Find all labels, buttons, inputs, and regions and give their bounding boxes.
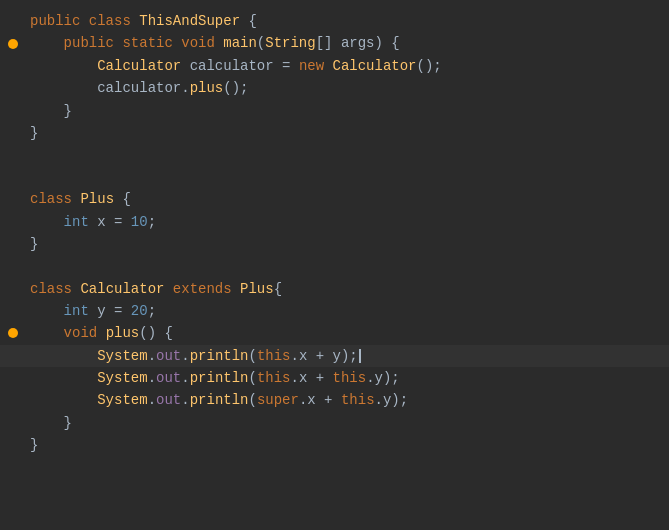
code-line (0, 166, 669, 188)
code-line: public class ThisAndSuper { (0, 10, 669, 32)
code-line (0, 256, 669, 278)
code-editor: public class ThisAndSuper { public stati… (0, 0, 669, 530)
code-line: } (0, 412, 669, 434)
keyword: public (30, 10, 89, 32)
code-line (0, 144, 669, 166)
code-line: calculator.plus(); (0, 77, 669, 99)
code-line: System.out.println(super.x + this.y); (0, 389, 669, 411)
text-cursor (359, 349, 361, 363)
code-line: public static void main(String[] args) { (0, 32, 669, 54)
code-line: void plus() { (0, 322, 669, 344)
code-line: Calculator calculator = new Calculator()… (0, 55, 669, 77)
code-line: int x = 10; (0, 211, 669, 233)
breakpoint-dot[interactable] (8, 328, 18, 338)
code-line: int y = 20; (0, 300, 669, 322)
code-line: } (0, 233, 669, 255)
code-line: System.out.println(this.x + this.y); (0, 367, 669, 389)
code-line: } (0, 122, 669, 144)
code-line: class Plus { (0, 188, 669, 210)
breakpoint-dot[interactable] (8, 39, 18, 49)
code-line-active: System.out.println(this.x + y); (0, 345, 669, 367)
code-line: class Calculator extends Plus{ (0, 278, 669, 300)
code-line: } (0, 100, 669, 122)
code-line: } (0, 434, 669, 456)
